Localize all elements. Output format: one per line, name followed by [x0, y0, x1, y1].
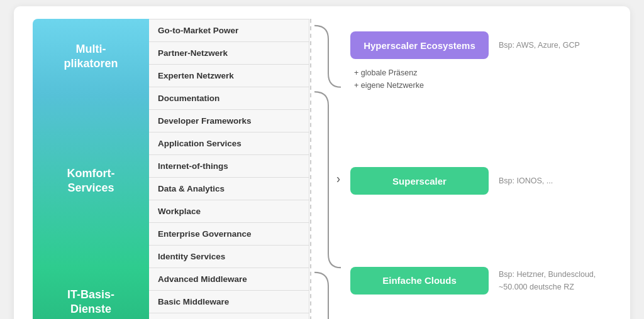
hyperscaler-desc2: + eigene Netzwerke — [354, 79, 580, 92]
main-diagram: Multi-plikatoren Komfort-Services IT-Bas… — [14, 6, 630, 319]
hyperscaler-badge: Hyperscaler Ecosystems — [350, 31, 489, 59]
service-item: Go-to-Market Power — [149, 19, 309, 42]
category-komfort: Komfort-Services — [33, 94, 149, 268]
superscaler-section: Superscaler Bsp: IONOS, ... — [350, 131, 611, 231]
category-itbasis-label: IT-Basis-Dienste — [67, 288, 114, 317]
service-item: Experten Netzwerk — [149, 65, 309, 87]
hyperscaler-section: Hyperscaler Ecosystems Bsp: AWS, Azure, … — [350, 25, 611, 131]
category-itbasis: IT-Basis-Dienste — [33, 268, 149, 319]
category-multiplikatoren-label: Multi-plikatoren — [64, 42, 118, 72]
category-column: Multi-plikatoren Komfort-Services IT-Bas… — [33, 19, 149, 319]
superscaler-badge: Superscaler — [350, 167, 489, 195]
svg-text:›: › — [336, 171, 340, 185]
einfache-bsp1: Bsp: Hetzner, Bundescloud, — [499, 268, 596, 281]
hyperscaler-desc1: + globale Präsenz — [354, 67, 580, 79]
superscaler-bsp: Bsp: IONOS, ... — [499, 175, 553, 187]
einfache-bsp2: ~50.000 deutsche RZ — [499, 281, 596, 293]
einfache-section: Einfache Clouds Bsp: Hetzner, Bundesclou… — [350, 230, 611, 319]
service-item: Workplace — [149, 200, 309, 223]
service-item: Advanced Middleware — [149, 268, 309, 291]
service-item: Basic Middleware — [149, 291, 309, 313]
service-item: Infrastruktur — [149, 313, 309, 319]
bracket-column: › — [309, 19, 344, 319]
cloud-tiers-column: Hyperscaler Ecosystems Bsp: AWS, Azure, … — [344, 19, 611, 319]
service-item: Data & Analytics — [149, 178, 309, 200]
einfache-badge: Einfache Clouds — [350, 267, 489, 295]
service-item: Documentation — [149, 87, 309, 110]
service-item: Partner-Netzwerk — [149, 42, 309, 65]
category-komfort-label: Komfort-Services — [67, 166, 115, 196]
category-multiplikatoren: Multi-plikatoren — [33, 19, 149, 94]
hyperscaler-bsp: Bsp: AWS, Azure, GCP — [499, 39, 580, 51]
services-column: Go-to-Market Power Partner-Netzwerk Expe… — [149, 19, 309, 319]
service-item: Enterprise Governance — [149, 223, 309, 246]
service-item: Developer Frameworks — [149, 110, 309, 132]
service-item: Application Services — [149, 132, 309, 155]
bracket-svg: › — [309, 19, 344, 319]
service-item: Identity Services — [149, 246, 309, 268]
service-item: Internet-of-things — [149, 155, 309, 178]
